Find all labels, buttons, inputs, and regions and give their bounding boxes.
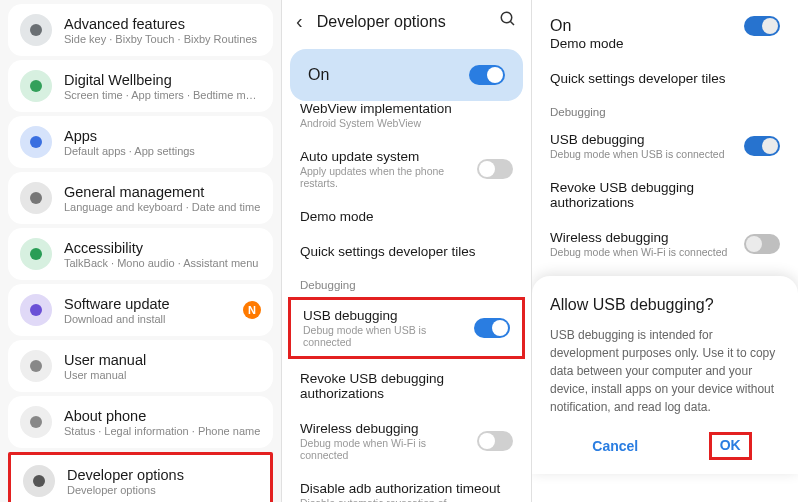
settings-item[interactable]: About phoneStatus · Legal information · … [8, 396, 273, 448]
toggle[interactable] [477, 159, 513, 179]
option-text: Quick settings developer tiles [300, 244, 513, 259]
item-title: User manual [64, 352, 261, 368]
item-icon [20, 70, 52, 102]
item-text: Digital WellbeingScreen time · App timer… [64, 72, 261, 101]
back-icon[interactable]: ‹ [296, 10, 303, 33]
option-subtitle: Apply updates when the phone restarts. [300, 165, 467, 189]
search-icon[interactable] [499, 10, 517, 33]
option-row[interactable]: Revoke USB debugging authorizations [282, 361, 531, 411]
item-text: Advanced featuresSide key · Bixby Touch … [64, 16, 261, 45]
item-title: Digital Wellbeing [64, 72, 261, 88]
option-text: Revoke USB debugging authorizations [300, 371, 513, 401]
item-icon [20, 294, 52, 326]
option-row[interactable]: WebView implementationAndroid System Web… [282, 91, 531, 139]
on-label: On [550, 17, 571, 35]
option-row[interactable]: USB debuggingDebug mode when USB is conn… [532, 122, 798, 170]
option-row[interactable]: Quick settings developer tiles [532, 61, 798, 96]
toggle[interactable] [477, 431, 513, 451]
option-title: Quick settings developer tiles [300, 244, 513, 259]
item-text: Software updateDownload and install [64, 296, 231, 325]
settings-item[interactable]: AccessibilityTalkBack · Mono audio · Ass… [8, 228, 273, 280]
item-title: Software update [64, 296, 231, 312]
cancel-button[interactable]: Cancel [578, 432, 652, 460]
item-title: Apps [64, 128, 261, 144]
settings-item[interactable]: User manualUser manual [8, 340, 273, 392]
section-label-debugging: Debugging [532, 96, 798, 122]
svg-point-4 [30, 248, 42, 260]
svg-line-10 [510, 21, 514, 25]
item-icon [20, 238, 52, 270]
item-title: Advanced features [64, 16, 261, 32]
toggle[interactable] [744, 136, 780, 156]
on-label: On [308, 66, 329, 84]
settings-item[interactable]: Advanced featuresSide key · Bixby Touch … [8, 4, 273, 56]
svg-point-7 [30, 416, 42, 428]
svg-point-0 [30, 24, 42, 36]
option-text: WebView implementationAndroid System Web… [300, 101, 513, 129]
option-row[interactable]: Revoke USB debugging authorizations [532, 170, 798, 220]
ok-button[interactable]: OK [709, 432, 752, 460]
option-title: Revoke USB debugging authorizations [550, 180, 780, 210]
option-text: USB debuggingDebug mode when USB is conn… [303, 308, 464, 348]
settings-item[interactable]: Developer optionsDeveloper options [8, 452, 273, 502]
item-text: AppsDefault apps · App settings [64, 128, 261, 157]
item-icon [20, 126, 52, 158]
option-row[interactable]: Wireless debuggingDebug mode when Wi-Fi … [282, 411, 531, 471]
option-row[interactable]: Auto update systemApply updates when the… [282, 139, 531, 199]
svg-point-9 [501, 12, 512, 23]
section-label-debugging: Debugging [282, 269, 531, 295]
item-text: Developer optionsDeveloper options [67, 467, 258, 496]
option-row[interactable]: Disable adb authorization timeoutDisable… [282, 471, 531, 502]
item-icon [20, 182, 52, 214]
item-text: About phoneStatus · Legal information · … [64, 408, 261, 437]
master-toggle[interactable] [469, 65, 505, 85]
header: ‹ Developer options [282, 0, 531, 43]
option-subtitle: Debug mode when USB is connected [550, 148, 734, 160]
svg-point-6 [30, 360, 42, 372]
item-icon [20, 406, 52, 438]
settings-item[interactable]: Software updateDownload and installN [8, 284, 273, 336]
toggle[interactable] [474, 318, 510, 338]
option-row[interactable]: Wireless debuggingDebug mode when Wi-Fi … [532, 220, 798, 268]
option-text: USB debuggingDebug mode when USB is conn… [550, 132, 734, 160]
item-subtitle: Developer options [67, 484, 258, 496]
settings-panel: Advanced featuresSide key · Bixby Touch … [0, 0, 282, 502]
svg-point-2 [30, 136, 42, 148]
item-icon [23, 465, 55, 497]
option-row[interactable]: USB debuggingDebug mode when USB is conn… [291, 300, 522, 356]
settings-item[interactable]: Digital WellbeingScreen time · App timer… [8, 60, 273, 112]
option-row[interactable]: Quick settings developer tiles [282, 234, 531, 269]
developer-options-panel: ‹ Developer options On WebView implement… [282, 0, 532, 502]
option-title: USB debugging [550, 132, 734, 147]
option-text: Auto update systemApply updates when the… [300, 149, 467, 189]
svg-point-1 [30, 80, 42, 92]
settings-item[interactable]: General managementLanguage and keyboard … [8, 172, 273, 224]
item-subtitle: User manual [64, 369, 261, 381]
option-subtitle: Disable automatic revocation of [300, 497, 513, 502]
option-text: Disable adb authorization timeoutDisable… [300, 481, 513, 502]
master-toggle[interactable] [744, 16, 780, 36]
option-title: Revoke USB debugging authorizations [300, 371, 513, 401]
item-subtitle: Default apps · App settings [64, 145, 261, 157]
toggle[interactable] [744, 234, 780, 254]
option-text: Demo mode [550, 36, 780, 51]
svg-point-5 [30, 304, 42, 316]
page-title: Developer options [317, 13, 485, 31]
svg-point-3 [30, 192, 42, 204]
item-title: Accessibility [64, 240, 261, 256]
option-subtitle: Debug mode when Wi-Fi is connected [550, 246, 734, 258]
option-title: Quick settings developer tiles [550, 71, 780, 86]
item-text: AccessibilityTalkBack · Mono audio · Ass… [64, 240, 261, 269]
usb-debugging-dialog: Allow USB debugging? USB debugging is in… [532, 276, 798, 474]
item-subtitle: Screen time · App timers · Bedtime mode [64, 89, 261, 101]
option-title: WebView implementation [300, 101, 513, 116]
item-icon [20, 350, 52, 382]
settings-item[interactable]: AppsDefault apps · App settings [8, 116, 273, 168]
option-subtitle: Android System WebView [300, 117, 513, 129]
option-text: Wireless debuggingDebug mode when Wi-Fi … [300, 421, 467, 461]
option-row[interactable]: Demo mode [282, 199, 531, 234]
item-subtitle: Side key · Bixby Touch · Bixby Routines [64, 33, 261, 45]
dialog-panel: On Demo modeQuick settings developer til… [532, 0, 798, 502]
dialog-title: Allow USB debugging? [550, 296, 780, 314]
item-subtitle: Status · Legal information · Phone name [64, 425, 261, 437]
